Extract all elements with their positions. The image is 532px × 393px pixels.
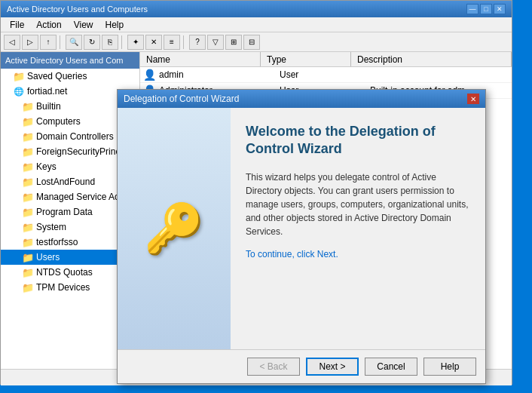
toolbar-extra1[interactable]: ⊞ <box>225 35 242 50</box>
dialog-title: Delegation of Control Wizard <box>124 94 467 104</box>
tree-header: Active Directory Users and Com <box>1 52 139 69</box>
toolbar-sep1 <box>60 35 63 49</box>
col-header-type[interactable]: Type <box>261 52 351 66</box>
folder-icon-tpm: 📁 <box>22 281 34 293</box>
title-bar-buttons: — □ ✕ <box>466 4 506 14</box>
tree-item-saved-queries[interactable]: 📁 Saved Queries <box>1 69 139 84</box>
back-button[interactable]: < Back <box>247 358 300 376</box>
folder-icon-ntds: 📁 <box>22 266 34 278</box>
dialog-close-button[interactable]: ✕ <box>467 94 479 104</box>
toolbar-sep3 <box>183 35 186 49</box>
toolbar-filter[interactable]: ▽ <box>207 35 224 50</box>
tree-label-users: Users <box>36 252 60 263</box>
tree-label-builtin: Builtin <box>36 101 61 112</box>
dialog-footer: < Back Next > Cancel Help <box>118 349 485 383</box>
tree-label-computers: Computers <box>36 116 81 127</box>
col-header-name[interactable]: Name <box>140 52 261 66</box>
close-button[interactable]: ✕ <box>494 4 506 14</box>
dialog-description: This wizard helps you delegate control o… <box>246 170 470 238</box>
folder-icon-programdata: 📁 <box>22 206 34 218</box>
help-button[interactable]: Help <box>423 358 476 376</box>
folder-icon: 📁 <box>13 70 25 82</box>
tree-label-dc: Domain Controllers <box>36 131 114 142</box>
folder-icon-computers: 📁 <box>22 115 34 127</box>
toolbar-sep2 <box>121 35 124 49</box>
tree-label-ntds: NTDS Quotas <box>36 267 93 278</box>
folder-icon-foreign: 📁 <box>22 146 34 158</box>
list-column-headers: Name Type Description <box>140 52 512 67</box>
dialog-illustration: 🔑 <box>118 108 231 349</box>
toolbar: ◁ ▷ ↑ 🔍 ↻ ⎘ ✦ ✕ ≡ ? ▽ ⊞ ⊟ <box>1 32 512 52</box>
toolbar-props[interactable]: ≡ <box>164 35 180 50</box>
col-header-description[interactable]: Description <box>351 52 512 66</box>
list-item[interactable]: 👤 admin User <box>140 67 512 83</box>
tree-label-keys: Keys <box>36 161 57 172</box>
minimize-button[interactable]: — <box>466 4 478 14</box>
tree-label-fortiad: fortiad.net <box>27 86 67 97</box>
toolbar-search[interactable]: 🔍 <box>66 35 82 50</box>
user-icon: 👤 <box>143 69 156 81</box>
folder-icon-users: 📁 <box>22 251 34 263</box>
tree-label-saved-queries: Saved Queries <box>27 71 87 81</box>
tree-label-programdata: Program Data <box>36 207 93 217</box>
maximize-button[interactable]: □ <box>480 4 492 14</box>
toolbar-refresh[interactable]: ↻ <box>84 35 100 50</box>
toolbar-delete[interactable]: ✕ <box>145 35 162 50</box>
toolbar-export[interactable]: ⎘ <box>102 35 118 50</box>
dialog-content: Welcome to the Delegation of Control Wiz… <box>231 108 485 349</box>
toolbar-up[interactable]: ↑ <box>40 35 57 50</box>
folder-icon-keys: 📁 <box>22 161 34 173</box>
tree-label-laf: LostAndFound <box>36 177 95 187</box>
menu-help[interactable]: Help <box>99 18 130 32</box>
list-cell-name: admin <box>159 69 280 80</box>
folder-icon-builtin: 📁 <box>22 100 34 112</box>
domain-icon: 🌐 <box>13 85 25 97</box>
folder-icon-testforfsso: 📁 <box>22 236 34 248</box>
next-button[interactable]: Next > <box>306 358 359 376</box>
toolbar-new[interactable]: ✦ <box>127 35 144 50</box>
menu-action[interactable]: Action <box>30 18 67 32</box>
dialog-next-link[interactable]: To continue, click Next. <box>246 249 470 259</box>
list-cell-type: User <box>280 69 370 80</box>
tree-label-testforfsso: testforfsso <box>36 237 78 247</box>
toolbar-extra2[interactable]: ⊟ <box>243 35 260 50</box>
title-bar: Active Directory Users and Computers — □… <box>1 1 512 17</box>
menu-file[interactable]: File <box>4 18 30 32</box>
tree-label-tpm: TPM Devices <box>36 282 90 293</box>
menu-bar: File Action View Help <box>1 17 512 32</box>
dialog-heading: Welcome to the Delegation of Control Wiz… <box>246 123 470 158</box>
menu-view[interactable]: View <box>68 18 99 32</box>
toolbar-help[interactable]: ? <box>189 35 206 50</box>
folder-icon-laf: 📁 <box>22 176 34 188</box>
tree-label-system: System <box>36 222 66 232</box>
toolbar-back[interactable]: ◁ <box>4 35 20 50</box>
cancel-button[interactable]: Cancel <box>365 358 417 376</box>
window-title: Active Directory Users and Computers <box>7 5 466 14</box>
keys-icon: 🔑 <box>144 201 204 257</box>
delegation-wizard-dialog: Delegation of Control Wizard ✕ 🔑 Welcome… <box>117 89 486 384</box>
dialog-title-bar: Delegation of Control Wizard ✕ <box>118 90 485 108</box>
folder-icon-dc: 📁 <box>22 130 34 143</box>
folder-icon-system: 📁 <box>22 221 34 233</box>
dialog-body: 🔑 Welcome to the Delegation of Control W… <box>118 108 485 349</box>
toolbar-forward[interactable]: ▷ <box>22 35 38 50</box>
folder-icon-msa: 📁 <box>22 191 34 203</box>
